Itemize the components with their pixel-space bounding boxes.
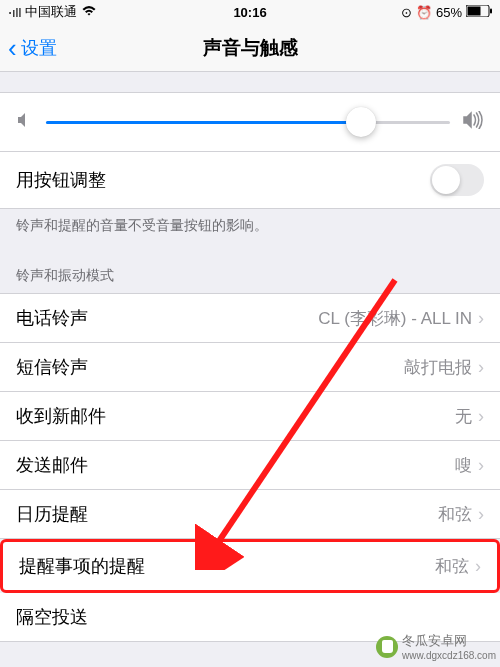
status-bar: ⋅ıll 中国联通 10:16 ⊙ ⏰ 65% bbox=[0, 0, 500, 24]
svg-rect-2 bbox=[490, 8, 492, 13]
row-value: 和弦 › bbox=[438, 503, 484, 526]
row-value: 和弦 › bbox=[435, 555, 481, 578]
slider-thumb[interactable] bbox=[346, 107, 376, 137]
status-right: ⊙ ⏰ 65% bbox=[401, 5, 492, 20]
row-label: 隔空投送 bbox=[16, 605, 88, 629]
speaker-low-icon bbox=[16, 111, 34, 133]
button-adjust-footer: 铃声和提醒的音量不受音量按钮的影响。 bbox=[0, 209, 500, 251]
row-label: 收到新邮件 bbox=[16, 404, 106, 428]
watermark: 冬瓜安卓网 www.dgxcdz168.com bbox=[376, 632, 496, 661]
watermark-android-icon bbox=[376, 636, 398, 658]
chevron-right-icon: › bbox=[478, 504, 484, 525]
button-adjust-row[interactable]: 用按钮调整 bbox=[0, 152, 500, 209]
chevron-right-icon: › bbox=[478, 308, 484, 329]
alarm-icon: ⏰ bbox=[416, 5, 432, 20]
row-label: 电话铃声 bbox=[16, 306, 88, 330]
row-text-tone[interactable]: 短信铃声 敲打电报 › bbox=[0, 343, 500, 392]
battery-icon bbox=[466, 5, 492, 20]
wifi-icon bbox=[81, 5, 97, 20]
row-value: CL (李彩琳) - ALL IN › bbox=[318, 307, 484, 330]
chevron-right-icon: › bbox=[475, 556, 481, 577]
status-left: ⋅ıll 中国联通 bbox=[8, 3, 97, 21]
button-adjust-label: 用按钮调整 bbox=[16, 168, 106, 192]
chevron-right-icon: › bbox=[478, 406, 484, 427]
row-ringtone[interactable]: 电话铃声 CL (李彩琳) - ALL IN › bbox=[0, 293, 500, 343]
row-calendar-alert[interactable]: 日历提醒 和弦 › bbox=[0, 490, 500, 539]
chevron-right-icon: › bbox=[478, 357, 484, 378]
signal-icon: ⋅ıll bbox=[8, 5, 21, 20]
row-reminder-alert[interactable]: 提醒事项的提醒 和弦 › bbox=[0, 539, 500, 593]
row-value: 无 › bbox=[455, 405, 484, 428]
status-time: 10:16 bbox=[233, 5, 266, 20]
battery-percent: 65% bbox=[436, 5, 462, 20]
watermark-text: 冬瓜安卓网 bbox=[402, 632, 496, 650]
section-header-ringtones: 铃声和振动模式 bbox=[0, 251, 500, 293]
carrier-name: 中国联通 bbox=[25, 3, 77, 21]
nav-bar: ‹ 设置 声音与触感 bbox=[0, 24, 500, 72]
back-button[interactable]: ‹ 设置 bbox=[0, 35, 57, 61]
page-title: 声音与触感 bbox=[203, 35, 298, 61]
chevron-left-icon: ‹ bbox=[8, 35, 17, 61]
slider-fill bbox=[46, 121, 361, 124]
button-adjust-toggle[interactable] bbox=[430, 164, 484, 196]
speaker-high-icon bbox=[462, 111, 484, 133]
back-label: 设置 bbox=[21, 36, 57, 60]
row-value: 嗖 › bbox=[455, 454, 484, 477]
orientation-lock-icon: ⊙ bbox=[401, 5, 412, 20]
watermark-url: www.dgxcdz168.com bbox=[402, 650, 496, 661]
row-label: 短信铃声 bbox=[16, 355, 88, 379]
row-label: 发送邮件 bbox=[16, 453, 88, 477]
row-sent-mail[interactable]: 发送邮件 嗖 › bbox=[0, 441, 500, 490]
row-label: 提醒事项的提醒 bbox=[19, 554, 145, 578]
row-new-mail[interactable]: 收到新邮件 无 › bbox=[0, 392, 500, 441]
chevron-right-icon: › bbox=[478, 455, 484, 476]
volume-slider-row bbox=[0, 92, 500, 152]
volume-slider[interactable] bbox=[46, 121, 450, 124]
toggle-knob bbox=[432, 166, 460, 194]
row-label: 日历提醒 bbox=[16, 502, 88, 526]
row-value: 敲打电报 › bbox=[404, 356, 484, 379]
svg-rect-1 bbox=[468, 6, 481, 15]
